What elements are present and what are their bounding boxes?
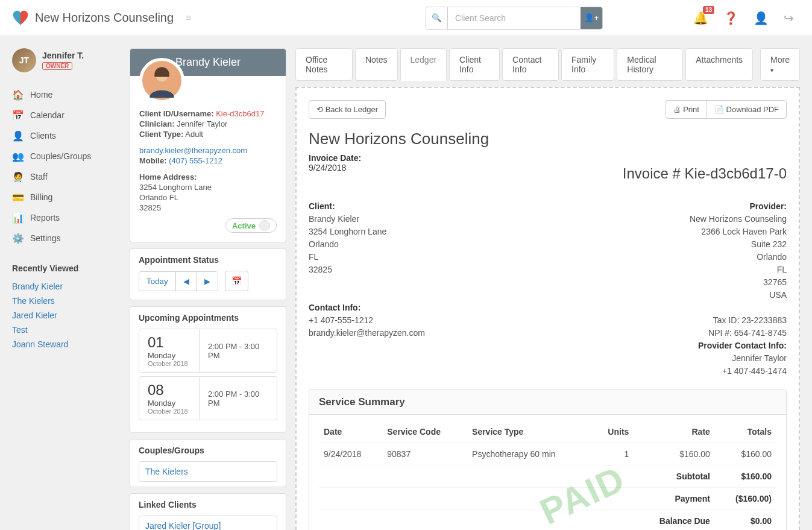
billing-icon: 💳 (12, 191, 24, 203)
logout-button[interactable]: ↪ (784, 11, 794, 25)
help-button[interactable]: ❓ (723, 11, 738, 25)
settings-icon: ⚙️ (12, 232, 24, 244)
print-button[interactable]: 🖨 Print (666, 100, 707, 119)
tab-more[interactable]: More (760, 48, 800, 81)
download-pdf-button[interactable]: 📄 Download PDF (707, 100, 787, 119)
user-icon: 👤 (754, 11, 769, 25)
couples-groups-card: Couples/Groups The Kielers (130, 439, 286, 487)
tab-family-info[interactable]: Family Info (561, 48, 614, 81)
service-summary-card: Service Summary PAID Date Service Code S… (309, 390, 787, 530)
subtotal-row: Subtotal$160.00 (319, 465, 776, 488)
nav-home[interactable]: 🏠Home (12, 84, 121, 105)
tab-client-info[interactable]: Client Info (449, 48, 500, 81)
account-button[interactable]: 👤 (754, 11, 769, 25)
tab-contact-info[interactable]: Contact Info (502, 48, 559, 81)
today-button[interactable]: Today (139, 272, 176, 291)
search-input[interactable] (448, 7, 581, 29)
add-client-button[interactable]: 👤+ (581, 7, 602, 29)
home-icon: 🏠 (12, 89, 24, 101)
invoice-company: New Horizons Counseling (309, 130, 787, 148)
user-role-badge: OWNER (42, 62, 72, 70)
brand-name: New Horizons Counseling (35, 11, 174, 25)
people-icon: 👥 (12, 150, 24, 162)
logout-icon: ↪ (784, 11, 794, 25)
recently-viewed-heading: Recently Viewed (12, 263, 121, 273)
person-icon: 👤 (12, 130, 24, 142)
client-avatar (139, 58, 184, 103)
current-user[interactable]: JT Jennifer T. OWNER (12, 48, 121, 72)
client-email-link[interactable]: brandy.kieler@therapyzen.com (139, 146, 247, 155)
nav-staff[interactable]: 🧑‍⚕️Staff (12, 166, 121, 187)
prev-button[interactable]: ◀ (176, 272, 197, 291)
nav-reports[interactable]: 📊Reports (12, 207, 121, 228)
notifications-button[interactable]: 🔔 13 (693, 11, 708, 25)
top-bar: New Horizons Counseling ≡ 🔍 👤+ 🔔 13 ❓ 👤 … (0, 0, 812, 36)
client-card: Brandy Kieler Client ID/Username: Kie-d3… (130, 48, 286, 242)
chevron-right-icon: ▶ (204, 277, 210, 286)
recent-item[interactable]: Test (12, 325, 28, 335)
status-toggle[interactable]: Active (225, 218, 277, 233)
client-name: Brandy Kieler (175, 56, 241, 68)
nav-calendar[interactable]: 📅Calendar (12, 105, 121, 125)
invoice-number: Invoice # Kie-d3cb6d17-0 (623, 165, 787, 182)
tab-ledger[interactable]: Ledger (400, 48, 447, 81)
search-group: 🔍 👤+ (426, 7, 603, 30)
heart-logo-icon (12, 10, 29, 27)
pdf-icon: 📄 (714, 105, 724, 114)
payment-row: Payment($160.00) (319, 488, 776, 510)
appointment-item[interactable]: 01MondayOctober 2018 2:00 PM - 3:00 PM (139, 329, 277, 373)
back-icon: ⟲ (316, 105, 323, 114)
next-button[interactable]: ▶ (197, 272, 218, 291)
tab-medical-history[interactable]: Medical History (617, 48, 683, 81)
staff-icon: 🧑‍⚕️ (12, 171, 24, 183)
recent-item[interactable]: The Kielers (12, 296, 55, 306)
toggle-icon (259, 220, 270, 231)
tab-attachments[interactable]: Attachments (685, 48, 753, 81)
search-icon: 🔍 (432, 13, 442, 22)
user-name: Jennifer T. (42, 51, 84, 60)
chevron-left-icon: ◀ (183, 277, 189, 286)
nav-settings[interactable]: ⚙️Settings (12, 228, 121, 248)
appointment-item[interactable]: 08MondayOctober 2018 2:00 PM - 3:00 PM (139, 376, 277, 420)
recent-item[interactable]: Jared Kieler (12, 311, 57, 320)
linked-clients-card: Linked Clients Jared Kieler [Group] Link… (130, 493, 286, 530)
tab-office-notes[interactable]: Office Notes (295, 48, 353, 81)
client-phone-link[interactable]: (407) 555-1212 (169, 156, 222, 165)
tab-notes[interactable]: Notes (355, 48, 398, 81)
service-table: Date Service Code Service Type Units Rat… (319, 421, 776, 530)
invoice-panel: ⟲ Back to Ledger 🖨 Print 📄 Download PDF … (295, 87, 800, 530)
print-icon: 🖨 (673, 105, 681, 114)
appointment-status-card: Appointment Status Today ◀ ▶ 📅 (130, 248, 286, 300)
recent-item[interactable]: Joann Steward (12, 339, 68, 349)
back-to-ledger-button[interactable]: ⟲ Back to Ledger (309, 100, 386, 119)
recent-item[interactable]: Brandy Kieler (12, 282, 63, 291)
reports-icon: 📊 (12, 212, 24, 224)
notification-badge: 13 (703, 6, 714, 14)
main-content: Office Notes Notes Ledger Client Info Co… (295, 48, 800, 530)
table-row: 9/24/2018 90837 Psychotherapy 60 min 1 $… (319, 443, 776, 465)
client-id-link[interactable]: Kie-d3cb6d17 (216, 109, 264, 118)
upcoming-appointments-card: Upcoming Appointments 01MondayOctober 20… (130, 306, 286, 433)
tab-bar: Office Notes Notes Ledger Client Info Co… (295, 48, 800, 81)
menu-toggle-icon[interactable]: ≡ (186, 13, 191, 24)
left-sidebar: JT Jennifer T. OWNER 🏠Home 📅Calendar 👤Cl… (12, 48, 121, 530)
help-icon: ❓ (723, 11, 738, 25)
brand[interactable]: New Horizons Counseling (12, 10, 174, 27)
client-column: Brandy Kieler Client ID/Username: Kie-d3… (130, 48, 286, 530)
nav-billing[interactable]: 💳Billing (12, 187, 121, 207)
balance-row: Balance Due$0.00 (319, 510, 776, 531)
nav-couples-groups[interactable]: 👥Couples/Groups (12, 146, 121, 166)
user-plus-icon: 👤+ (584, 13, 599, 22)
calendar-picker-button[interactable]: 📅 (225, 271, 248, 291)
nav-clients[interactable]: 👤Clients (12, 125, 121, 146)
linked-client-link[interactable]: Jared Kieler [Group] (139, 516, 277, 530)
calendar-icon: 📅 (231, 276, 242, 286)
calendar-icon: 📅 (12, 109, 24, 121)
search-button[interactable]: 🔍 (426, 7, 448, 29)
couple-link[interactable]: The Kielers (139, 461, 277, 482)
avatar: JT (12, 48, 36, 72)
